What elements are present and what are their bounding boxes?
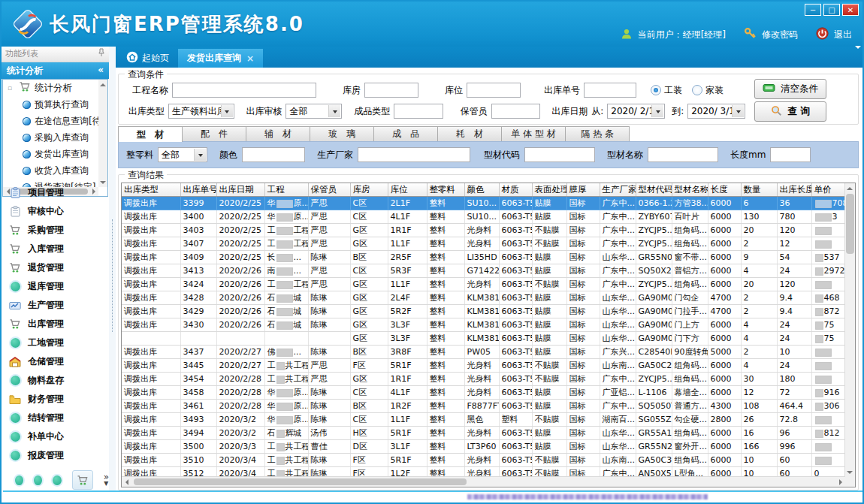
table-row-0[interactable]: 调拨出库33992020/2/25华原...严思C区2L1F整料SU10...6… [122,197,845,210]
horizontal-scrollbar-thumb[interactable] [134,478,467,485]
tab-1[interactable]: 发货出库查询× [178,49,263,68]
sidebar-module-7[interactable]: 出库管理 [2,315,109,333]
radio-gongzhuang[interactable]: 工装 [651,84,682,97]
close-button[interactable]: ✕ [842,4,859,16]
table-row-9[interactable]: 调拨出库34302020/2/26石城陈琳G区3L3F整料KLM38176063… [122,318,845,332]
tree-item-3[interactable]: 发货出库查询 [3,146,98,162]
search-button[interactable]: 查 询 [754,101,826,122]
table-row-20[interactable]: 调拨出库35122020/3/4工共工程陈琳F区1L2F整料光身料6063-T5… [122,467,845,478]
sidebar-module-4[interactable]: 退货管理 [2,258,109,277]
sidebar-module-0[interactable]: 项目管理 [2,183,109,202]
warehouse-input[interactable] [364,83,418,98]
column-header-7[interactable]: 整零料 [427,183,464,197]
sidebar-module-5[interactable]: 退库管理 [2,277,109,296]
profile-code-input[interactable] [524,147,595,162]
sidebar-module-11[interactable]: 财务管理 [2,390,109,409]
table-row-3[interactable]: 调拨出库34072020/2/25工工程严思G区1L1F整料光身料6063-T5… [122,237,845,251]
length-input[interactable] [770,147,811,162]
sidebar-module-10[interactable]: 物料盘存 [2,371,109,390]
table-row-2[interactable]: 调拨出库34032020/2/25工工程严思G区1R1F整料光身料6063-T5… [122,224,845,237]
material-tab-1[interactable]: 配 件 [182,126,246,141]
material-tab-0[interactable]: 型 材 [118,126,183,142]
material-tab-4[interactable]: 成 品 [373,126,438,141]
column-header-13[interactable]: 型材代码 [636,183,672,197]
module-dot-icon[interactable] [53,475,61,485]
horizontal-scrollbar[interactable] [122,476,845,487]
stats-section-header[interactable]: 统计分析 « [2,62,109,79]
maximize-button[interactable]: □ [823,4,840,16]
more-modules-button[interactable]: »▾ [104,474,109,486]
close-tab-icon[interactable]: × [246,53,254,64]
sidebar-module-8[interactable]: 工地管理 [2,333,109,352]
tree-item-0[interactable]: 预算执行查询 [3,96,98,113]
tab-list-dropdown-icon[interactable] [855,49,861,63]
table-row-18[interactable]: 调拨出库35002020/3/3工共工程曹佳D区3L1F整料LT3P606063… [122,440,845,454]
tree-item-4[interactable]: 收货入库查询 [3,162,98,179]
column-header-1[interactable]: 出库单号 [180,183,216,197]
sidebar-module-1[interactable]: 审核中心 [2,202,109,221]
sidebar-module-9[interactable]: 仓储管理 [2,352,109,371]
column-header-3[interactable]: 工程 [264,183,308,197]
column-header-18[interactable]: 单价 [811,183,845,197]
column-header-5[interactable]: 库房 [350,183,388,197]
table-row-13[interactable]: 调拨出库34542020/2/28工共工程严思G区1R1F整料光身料6063-T… [122,373,845,386]
date-from-picker[interactable]: 2020/ 2/16 [607,104,665,119]
column-header-6[interactable]: 库位 [388,183,427,197]
column-header-0[interactable]: 出库类型 [122,183,180,197]
pin-icon[interactable] [98,48,105,62]
sidebar-module-13[interactable]: 补单中心 [2,427,109,446]
table-row-5[interactable]: 调拨出库34132020/2/26南...严思C区5R3F整料G71422606… [122,264,845,278]
material-tab-7[interactable]: 隔 热 条 [565,126,630,141]
vertical-scrollbar[interactable] [844,183,855,477]
table-row-12[interactable]: 调拨出库34452020/2/27工共工程严思F区5R1F整料光身料6063-T… [122,359,845,373]
table-row-8[interactable]: 调拨出库34292020/2/26石城陈琳G区5R2F整料KLM38176063… [122,305,845,318]
table-row-11[interactable]: 调拨出库34372020/2/27佛...陈琳B区3R8F整料PW056063-… [122,346,845,359]
material-tab-6[interactable]: 单 体 型 材 [501,126,566,141]
tree-vertical-scrollbar[interactable] [98,80,107,187]
profile-name-input[interactable] [648,147,718,162]
change-password-link[interactable]: 修改密码 [762,29,798,41]
manufacturer-input[interactable] [358,147,470,162]
column-header-15[interactable]: 长度 [708,183,741,197]
table-row-15[interactable]: 调拨出库34612020/2/28华原...陈琳B区1R2F整料F8877FT6… [122,400,845,413]
keeper-input[interactable] [491,104,541,119]
location-input[interactable] [467,83,521,98]
column-header-14[interactable]: 型材名称 [672,183,708,197]
material-tab-5[interactable]: 耗 材 [437,126,502,141]
table-row-6[interactable]: 调拨出库34242020/2/26工工程严思G区1L1F整料光身料6063-T5… [122,278,845,291]
radio-jiazhuang[interactable]: 家装 [692,84,724,97]
column-header-8[interactable]: 颜色 [464,183,499,197]
table-row-16[interactable]: 调拨出库34932020/3/2华原...陈琳C区1L1F整料黑色塑料不贴膜国标… [122,413,845,427]
module-dot-icon[interactable] [15,475,23,485]
order-no-input[interactable] [584,83,636,98]
table-row-19[interactable]: 调拨出库35102020/3/4工共工程陈琳F区5R1F整料光身料6063-T5… [122,454,845,467]
table-row-10[interactable]: G区3L3F整料KLM38176063-T5贴膜国标山东华...GA90M09.… [122,332,845,346]
sidebar-module-12[interactable]: 结转管理 [2,409,109,427]
tree-root-item[interactable]: ▫统计分析 [3,80,98,96]
tree-expander-icon[interactable]: ▫ [8,84,15,92]
sidebar-module-2[interactable]: 采购管理 [2,221,109,240]
project-name-input[interactable] [172,83,316,98]
column-header-17[interactable]: 出库长度 [777,183,811,197]
collapse-icon[interactable]: « [98,65,104,79]
date-to-picker[interactable]: 2020/ 3/16 [687,104,745,119]
table-row-4[interactable]: 调拨出库34092020/2/25长...陈琳B区2R5F整料LI35HD606… [122,251,845,264]
tree-item-1[interactable]: 在途信息查询[待 [3,113,98,129]
material-tab-3[interactable]: 玻 璃 [310,126,374,141]
minimize-button[interactable]: ─ [805,4,821,16]
audit-combo[interactable]: 全部 [285,104,342,119]
product-type-input[interactable] [394,104,443,119]
sidebar-module-14[interactable]: 报废管理 [2,446,109,465]
column-header-16[interactable]: 数量 [741,183,777,197]
column-header-9[interactable]: 材质 [499,183,532,197]
vertical-scrollbar-thumb[interactable] [846,194,854,254]
column-header-11[interactable]: 膜厚 [566,183,600,197]
table-row-1[interactable]: 调拨出库34002020/2/25华原...严思C区4L1F整料SU10...6… [122,210,845,224]
table-row-17[interactable]: 调拨出库34942020/3/2石辉城汤伟H区5R1F整料光身料6063-T5贴… [122,427,845,440]
clear-conditions-button[interactable]: 清空条件 [754,79,826,99]
column-header-12[interactable]: 生产厂家 [600,183,636,197]
whole-part-combo[interactable]: 全部 [158,147,207,162]
column-header-4[interactable]: 保管员 [308,183,350,197]
tab-0[interactable]: 起始页 [117,49,178,68]
module-dot-icon[interactable] [34,475,42,485]
